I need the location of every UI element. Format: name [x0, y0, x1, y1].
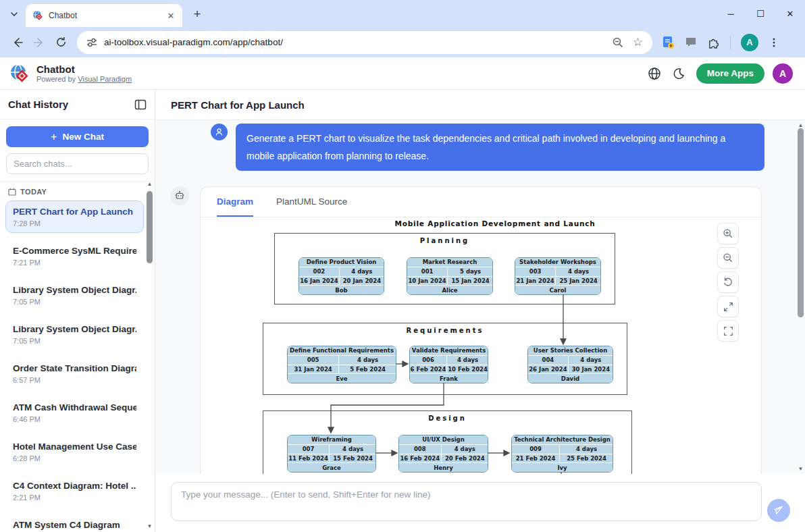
page-zoom-icon[interactable] — [612, 36, 624, 49]
task-end-date: 25 Feb 2024 — [560, 454, 613, 463]
chat-list-item[interactable]: Hotel Management Use Case 6:28 PM — [5, 435, 144, 468]
url-bar[interactable]: ai-toolbox.visual-paradigm.com/app/chatb… — [77, 31, 652, 54]
fullscreen-button[interactable] — [717, 320, 739, 342]
extensions-puzzle-icon[interactable] — [707, 36, 720, 49]
chat-list-item[interactable]: E-Commerce SysML Require... 7:21 PM — [5, 240, 144, 272]
chat-list-item[interactable]: Order State Transition Diagra... 6:57 PM — [5, 357, 144, 390]
favicon-visual-paradigm — [32, 10, 43, 21]
task-id: 008 — [399, 445, 441, 454]
pert-task-card: Define Functional Requirements0054 days3… — [287, 346, 396, 383]
scroll-down-arrow[interactable]: ▼ — [146, 523, 153, 529]
browser-profile-avatar[interactable]: A — [741, 34, 758, 51]
scroll-up-arrow[interactable]: ▲ — [796, 122, 805, 128]
main-scrollbar-thumb[interactable] — [798, 128, 804, 317]
user-message-row: Generate a PERT chart to visualize the t… — [211, 124, 764, 171]
task-owner: Alice — [407, 286, 492, 294]
user-account-avatar[interactable]: A — [773, 63, 793, 84]
reset-rotate-icon — [723, 277, 733, 288]
chat-item-title: ATM Cash Withdrawal Seque... — [13, 402, 136, 414]
pert-section-label: Requirements — [263, 327, 627, 334]
dark-mode-button[interactable] — [667, 61, 691, 86]
chat-list-item[interactable]: ATM System C4 Diagram 2:08 PM — [5, 514, 144, 532]
chat-item-time: 6:57 PM — [13, 376, 136, 384]
zoom-out-button[interactable] — [717, 247, 739, 269]
pert-section-design: DesignWireframing0074 days11 Feb 202415 … — [263, 410, 632, 474]
new-tab-button[interactable]: + — [188, 5, 207, 24]
conversation-title-bar: PERT Chart for App Launch — [155, 90, 805, 120]
visual-paradigm-link[interactable]: Visual Paradigm — [78, 75, 132, 83]
scroll-down-arrow[interactable]: ▼ — [796, 466, 805, 472]
message-input-bar — [155, 474, 805, 532]
tab-search-button[interactable] — [5, 5, 23, 23]
task-end-date: 20 Feb 2024 — [442, 454, 488, 463]
chat-item-title: E-Commerce SysML Require... — [13, 245, 136, 257]
sidebar-scrollbar-thumb[interactable] — [147, 191, 153, 263]
chat-history-sidebar: Chat History + New Chat TODAY PERT Chart… — [0, 90, 155, 532]
pert-task-card: Wireframing0074 days11 Feb 202415 Feb 20… — [287, 435, 376, 473]
docs-extension-icon[interactable] — [662, 36, 675, 49]
calendar-icon — [8, 188, 16, 196]
chat-item-title: Library System Object Diagr... — [13, 284, 136, 296]
chat-list-item[interactable]: C4 Context Diagram: Hotel ... 2:21 PM — [5, 475, 144, 507]
task-end-date: 30 Jan 2024 — [569, 365, 613, 374]
task-duration: 4 days — [569, 356, 613, 365]
task-start-date: 16 Feb 2024 — [399, 454, 441, 463]
chat-item-time: 2:21 PM — [13, 494, 136, 502]
browser-tab[interactable]: Chatbot ✕ — [26, 4, 182, 27]
message-input[interactable] — [181, 489, 752, 514]
task-end-date: 10 Feb 2024 — [447, 365, 488, 374]
chat-list-item[interactable]: Library System Object Diagr... 7:05 PM — [5, 318, 144, 350]
chat-list-item[interactable]: ATM Cash Withdrawal Seque... 6:46 PM — [5, 396, 144, 429]
main-scrollbar[interactable]: ▲ ▼ — [796, 120, 805, 474]
card-tabs: Diagram PlantUML Source — [201, 187, 761, 217]
bookmark-star-icon[interactable]: ☆ — [633, 36, 643, 48]
reset-view-button[interactable] — [717, 271, 739, 293]
task-title: Technical Architecture Design — [512, 435, 613, 444]
language-globe-button[interactable] — [642, 61, 667, 86]
app-header: Chatbot Powered by Visual Paradigm More … — [0, 57, 805, 90]
task-duration: 4 days — [442, 445, 488, 454]
chat-list-item[interactable]: PERT Chart for App Launch 7:28 PM — [5, 201, 144, 233]
expand-button[interactable] — [717, 296, 739, 317]
reload-button[interactable] — [50, 32, 72, 53]
diagram-zoom-controls — [717, 223, 739, 342]
window-close-button[interactable]: ✕ — [775, 0, 805, 27]
browser-menu-kebab-icon[interactable] — [769, 37, 779, 48]
collapse-sidebar-icon[interactable] — [134, 99, 147, 110]
forward-button[interactable] — [28, 32, 50, 53]
send-button[interactable] — [767, 499, 790, 522]
new-chat-button[interactable]: + New Chat — [6, 126, 149, 147]
today-section-header: TODAY — [0, 181, 155, 198]
tab-plantuml-source[interactable]: PlantUML Source — [276, 187, 347, 217]
chat-extension-icon[interactable] — [685, 36, 697, 48]
tab-close-icon[interactable]: ✕ — [165, 9, 177, 22]
tab-diagram[interactable]: Diagram — [217, 187, 253, 217]
site-settings-icon — [86, 37, 97, 48]
sidebar-scrollbar[interactable]: ▲ ▼ — [146, 178, 153, 532]
task-title: UI/UX Design — [399, 435, 488, 444]
task-owner: Grace — [288, 463, 375, 472]
back-button[interactable] — [7, 32, 28, 53]
pert-section-label: Design — [263, 415, 631, 422]
chat-item-title: Order State Transition Diagra... — [13, 363, 136, 375]
window-maximize-button[interactable]: ☐ — [746, 0, 775, 27]
person-icon — [214, 127, 224, 137]
task-end-date: 20 Jan 2024 — [340, 277, 384, 286]
more-apps-button[interactable]: More Apps — [696, 63, 764, 84]
window-minimize-button[interactable]: ─ — [716, 0, 746, 27]
chat-item-time: 6:28 PM — [13, 454, 136, 462]
pert-section-requirements: RequirementsDefine Functional Requiremen… — [263, 323, 627, 395]
zoom-in-button[interactable] — [717, 223, 739, 244]
scroll-up-arrow[interactable]: ▲ — [146, 181, 153, 187]
pert-diagram-canvas[interactable]: Mobile Application Development and Launc… — [201, 217, 761, 474]
chat-item-title: PERT Chart for App Launch — [13, 206, 136, 218]
task-owner: Ivy — [512, 463, 613, 472]
task-start-date: 10 Jan 2024 — [407, 277, 447, 286]
app-title: Chatbot — [36, 63, 132, 75]
chat-list-item[interactable]: Library System Object Diagr... 7:05 PM — [5, 279, 144, 311]
chat-item-time: 7:28 PM — [13, 219, 136, 228]
search-chats-box — [6, 153, 149, 174]
task-duration: 4 days — [556, 267, 601, 276]
search-input[interactable] — [14, 159, 141, 169]
pert-task-card: Technical Architecture Design0094 days21… — [511, 435, 613, 473]
